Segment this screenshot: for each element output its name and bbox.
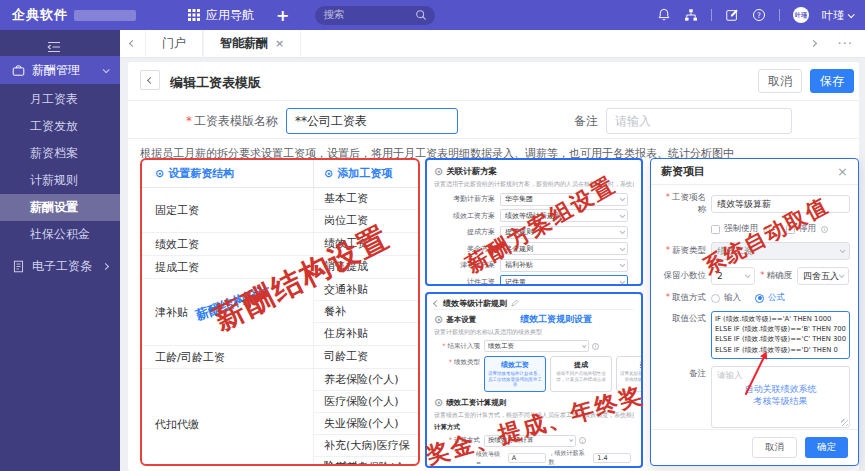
edit-pencil-icon[interactable]: [511, 299, 519, 307]
info-icon: i: [592, 343, 599, 350]
salary-group[interactable]: 绩效工资: [142, 233, 314, 255]
salary-item[interactable]: 餐补: [314, 301, 418, 323]
method-formula-radio[interactable]: [755, 294, 764, 303]
compose-icon[interactable]: [725, 8, 739, 22]
tab-smart-payroll[interactable]: 智能薪酬 ×: [203, 30, 301, 58]
close-icon[interactable]: ×: [275, 37, 284, 50]
salary-group[interactable]: 提成工资: [142, 256, 314, 278]
grade-input[interactable]: A: [508, 453, 546, 463]
linked-plans-panel: ⊙关联计薪方案 设置适用于此薪资组的计薪规则方案，薪资组内的人员在核算工资时，系…: [425, 158, 643, 286]
tabs-back-icon[interactable]: [120, 41, 145, 46]
force-use-checkbox[interactable]: [711, 225, 720, 234]
structure-header-right[interactable]: ⊙添加工资项: [314, 160, 418, 187]
tab-portal[interactable]: 门户: [145, 30, 203, 58]
user-menu[interactable]: 叶瑾: [822, 8, 853, 23]
type-card-performance[interactable]: 绩效工资 设置绩效考核的计薪体系，员工按绩效等级规则发放工资: [484, 356, 546, 392]
method-input-radio[interactable]: [711, 294, 720, 303]
coef-label: ，绩效计薪系数: [549, 449, 591, 467]
type-card-bonus[interactable]: 奖金 设置奖励形式，根据员工工资或绩效计算奖金发放: [616, 356, 643, 392]
sidebar-group-salary-mgmt[interactable]: 薪酬管理: [0, 56, 120, 84]
salary-item[interactable]: 绩效工资: [314, 233, 418, 255]
close-icon[interactable]: ×: [837, 164, 848, 179]
salary-item[interactable]: 司龄工资: [314, 346, 418, 368]
bell-icon[interactable]: [657, 8, 671, 22]
salary-item[interactable]: 医疗保险(个人): [314, 391, 418, 413]
remark-placeholder: 请输入: [717, 370, 743, 382]
tabs-forward-icon[interactable]: [801, 41, 826, 46]
sidebar-item-social-insurance[interactable]: 社保公积金: [0, 221, 120, 248]
org-icon[interactable]: [684, 8, 698, 22]
sidebar-group-e-payslip[interactable]: 电子工资条: [0, 252, 120, 280]
dialog-remark-textarea[interactable]: 请输入 自动关联绩效系统 考核等级结果: [711, 366, 850, 428]
back-button[interactable]: [140, 70, 160, 90]
formula-textarea[interactable]: IF (绩效.绩效等级)=='A' THEN 1000 ELSE IF (绩效.…: [711, 311, 850, 359]
salary-group[interactable]: 固定工资: [142, 188, 314, 232]
sidebar-item-salary-files[interactable]: 薪资档案: [0, 140, 120, 167]
divider: [128, 100, 859, 101]
type-card-commission[interactable]: 提成 根据不同产品线的销售业绩，计算员工的提成分成: [550, 356, 612, 392]
salary-group[interactable]: 工龄/司龄工资: [142, 346, 314, 368]
salary-item[interactable]: 失业保险(个人): [314, 413, 418, 435]
salary-type-select[interactable]: 绩效工资: [711, 242, 850, 260]
dialog-ok-button[interactable]: 确定: [805, 437, 848, 458]
salary-item[interactable]: 补充(大病)医疗保险(个人): [314, 435, 418, 457]
chevron-right-icon: [102, 262, 109, 269]
sidebar-item-salary-payment[interactable]: 工资发放: [0, 113, 120, 140]
template-name-label: 工资表模版名称: [138, 108, 278, 134]
select-value: 华亭集团: [505, 194, 620, 204]
search-input[interactable]: 搜索: [315, 6, 435, 25]
precision-select[interactable]: 四舍五入: [797, 267, 849, 285]
salary-item[interactable]: 补充养老保险(个人): [314, 457, 418, 466]
structure-header-left[interactable]: ⊙设置薪资结构: [142, 160, 314, 187]
field-label: 提成方案: [434, 227, 500, 237]
sidebar-item-monthly-payroll[interactable]: 月工资表: [0, 86, 120, 113]
decimal-select[interactable]: 2: [711, 267, 755, 285]
attendance-plan-select[interactable]: 华亭集团: [500, 193, 628, 206]
bonus-plan-select[interactable]: 奖金规则: [500, 242, 628, 255]
svg-text:?: ?: [757, 11, 761, 20]
calc-method-select[interactable]: 按绩效等级计算: [484, 435, 576, 447]
salary-item[interactable]: 养老保险(个人): [314, 369, 418, 391]
dialog-cancel-button[interactable]: 取消: [752, 437, 797, 458]
cancel-button[interactable]: 取消: [758, 69, 802, 93]
avatar[interactable]: 叶瑾: [793, 7, 809, 23]
select-value: 按绩效等级计算: [488, 436, 569, 445]
sidebar-item-salary-settings[interactable]: 薪酬设置: [0, 194, 120, 221]
chevron-down-icon: [103, 66, 110, 73]
help-icon[interactable]: ?: [752, 8, 766, 22]
coef-input[interactable]: 1.4: [593, 453, 631, 463]
salary-item[interactable]: 住房补贴: [314, 323, 418, 345]
auto-link-note: 自动关联绩效系统 考核等级结果: [712, 383, 849, 407]
salary-group[interactable]: 代扣代缴: [142, 369, 314, 466]
collapse-icon[interactable]: [46, 40, 62, 54]
salary-item[interactable]: 岗位工资: [314, 210, 418, 232]
sidebar-item-pay-rules[interactable]: 计薪规则: [0, 167, 120, 194]
salary-item[interactable]: 交通补贴: [314, 279, 418, 301]
app-nav-label[interactable]: 应用导航: [206, 7, 254, 24]
save-button[interactable]: 保存: [810, 69, 854, 93]
salary-group[interactable]: 津补贴: [142, 279, 314, 345]
salary-item[interactable]: 销售提成: [314, 256, 418, 278]
performance-plan-select[interactable]: 绩效等级计薪规则: [500, 209, 628, 222]
more-icon[interactable]: ···: [826, 36, 865, 51]
info-icon: i: [763, 226, 770, 233]
field-label: 绩效工资方案: [434, 211, 500, 221]
sidebar-group-label: 电子工资条: [32, 258, 92, 275]
salary-item[interactable]: 基本工资: [314, 188, 418, 210]
app-logo: 企典软件: [12, 6, 68, 24]
app-grid-icon[interactable]: [188, 9, 200, 21]
remark-input[interactable]: 请输入: [606, 108, 792, 134]
disable-checkbox[interactable]: [786, 225, 795, 234]
add-app-button[interactable]: +: [276, 6, 289, 25]
template-name-input[interactable]: **公司工资表: [286, 108, 458, 134]
calc-method-header: 计算方式: [434, 423, 634, 432]
result-item-select[interactable]: 绩效工资: [484, 340, 589, 352]
piecework-select[interactable]: 记件量: [500, 275, 628, 286]
field-label: 计件工资: [434, 277, 500, 287]
item-name-input[interactable]: 绩效等级算薪: [711, 195, 850, 213]
allowance-plan-select[interactable]: 福利补贴: [500, 259, 628, 272]
resize-handle-icon[interactable]: [841, 419, 848, 426]
commission-plan-select[interactable]: 提成规则: [500, 226, 628, 239]
back-icon[interactable]: [433, 299, 440, 306]
salary-structure-panel: ⊙设置薪资结构 ⊙添加工资项 固定工资 基本工资 岗位工资 绩效工资 绩效工资 …: [140, 158, 420, 466]
